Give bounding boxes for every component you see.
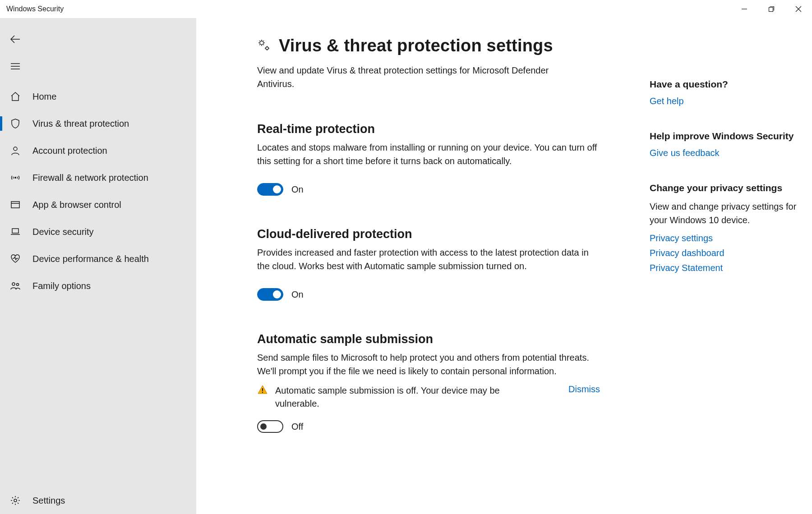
warning-banner: Automatic sample submission is off. Your… [257, 384, 600, 410]
section-title: Automatic sample submission [257, 332, 600, 346]
close-icon [795, 6, 802, 12]
sidebar-item-label: Device security [32, 227, 94, 237]
sidebar-item-label: Settings [32, 496, 65, 506]
section-cloud: Cloud-delivered protection Provides incr… [257, 227, 600, 301]
aside: Have a question? Get help Help improve W… [650, 36, 812, 514]
hamburger-icon [10, 61, 21, 73]
svg-point-18 [266, 47, 268, 50]
section-realtime: Real-time protection Locates and stops m… [257, 122, 600, 196]
svg-point-9 [15, 177, 16, 179]
sidebar-item-performance[interactable]: Device performance & health [0, 245, 196, 272]
sidebar-item-app-browser[interactable]: App & browser control [0, 191, 196, 218]
window-controls [731, 0, 812, 18]
svg-point-15 [17, 284, 19, 286]
sidebar-item-firewall[interactable]: Firewall & network protection [0, 164, 196, 191]
gears-icon [257, 38, 271, 53]
back-arrow-icon [10, 34, 21, 46]
aside-title: Help improve Windows Security [650, 131, 812, 142]
svg-rect-12 [12, 229, 18, 233]
people-icon [10, 280, 21, 291]
window-title: Windows Security [6, 5, 64, 13]
toggle-state-label: On [291, 289, 304, 300]
sidebar-item-account[interactable]: Account protection [0, 137, 196, 164]
section-description: Locates and stops malware from installin… [257, 141, 600, 168]
person-icon [10, 145, 21, 156]
sidebar-item-label: App & browser control [32, 200, 121, 210]
give-feedback-link[interactable]: Give us feedback [650, 148, 812, 158]
heart-icon [10, 253, 21, 264]
sidebar-item-device-security[interactable]: Device security [0, 218, 196, 245]
sidebar-item-label: Home [32, 92, 56, 102]
page-title: Virus & threat protection settings [279, 36, 553, 55]
sidebar-item-label: Device performance & health [32, 254, 149, 264]
gear-icon [10, 495, 21, 506]
toggle-state-label: Off [291, 422, 303, 432]
aside-title: Have a question? [650, 79, 812, 90]
sidebar-item-settings[interactable]: Settings [0, 487, 196, 514]
maximize-button[interactable] [758, 0, 785, 18]
svg-point-17 [260, 41, 263, 45]
privacy-settings-link[interactable]: Privacy settings [650, 233, 812, 243]
home-icon [10, 91, 21, 102]
close-button[interactable] [785, 0, 812, 18]
section-sample-submission: Automatic sample submission Send sample … [257, 332, 600, 433]
sidebar-item-family[interactable]: Family options [0, 272, 196, 299]
back-button[interactable] [0, 26, 196, 53]
sidebar: Home Virus & threat protection Account p… [0, 18, 196, 514]
aside-description: View and change privacy settings for you… [650, 200, 812, 227]
page-subtitle: View and update Virus & threat protectio… [257, 64, 573, 91]
aside-title: Change your privacy settings [650, 183, 812, 193]
svg-point-16 [14, 499, 17, 502]
aside-privacy: Change your privacy settings View and ch… [650, 183, 812, 273]
page-title-row: Virus & threat protection settings [257, 36, 604, 55]
privacy-dashboard-link[interactable]: Privacy dashboard [650, 248, 812, 258]
hamburger-button[interactable] [0, 53, 196, 80]
section-description: Send sample files to Microsoft to help p… [257, 351, 600, 378]
svg-point-14 [12, 283, 15, 285]
main-content: Virus & threat protection settings View … [196, 18, 812, 514]
svg-point-20 [262, 392, 263, 393]
minimize-icon [741, 6, 747, 12]
sidebar-item-label: Firewall & network protection [32, 173, 148, 183]
realtime-toggle[interactable] [257, 183, 283, 196]
sidebar-item-virus[interactable]: Virus & threat protection [0, 110, 196, 137]
sidebar-item-label: Virus & threat protection [32, 119, 129, 129]
warning-text: Automatic sample submission is off. Your… [275, 384, 528, 410]
section-description: Provides increased and faster protection… [257, 246, 600, 273]
titlebar: Windows Security [0, 0, 812, 18]
section-title: Real-time protection [257, 122, 600, 136]
sidebar-item-home[interactable]: Home [0, 83, 196, 110]
cloud-toggle[interactable] [257, 288, 283, 301]
window-icon [10, 199, 21, 210]
sample-submission-toggle[interactable] [257, 420, 283, 433]
aside-question: Have a question? Get help [650, 79, 812, 106]
warning-icon [257, 384, 268, 396]
get-help-link[interactable]: Get help [650, 96, 812, 106]
toggle-state-label: On [291, 184, 304, 195]
dismiss-link[interactable]: Dismiss [568, 384, 600, 395]
minimize-button[interactable] [731, 0, 758, 18]
sidebar-item-label: Account protection [32, 146, 107, 156]
privacy-statement-link[interactable]: Privacy Statement [650, 263, 812, 273]
shield-icon [10, 118, 21, 129]
sidebar-item-label: Family options [32, 281, 91, 291]
section-title: Cloud-delivered protection [257, 227, 600, 241]
laptop-icon [10, 226, 21, 237]
svg-point-8 [14, 147, 17, 151]
svg-rect-10 [11, 202, 19, 208]
svg-rect-1 [769, 8, 773, 12]
aside-improve: Help improve Windows Security Give us fe… [650, 131, 812, 158]
signal-icon [10, 172, 21, 183]
maximize-icon [768, 6, 775, 12]
